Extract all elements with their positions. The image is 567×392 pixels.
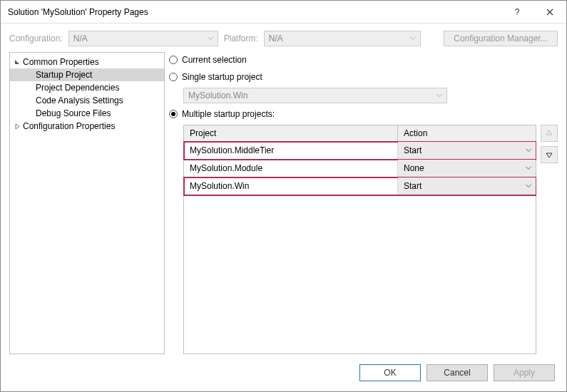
radio-label: Multiple startup projects:: [182, 109, 275, 119]
move-up-button[interactable]: [541, 125, 558, 142]
apply-button[interactable]: Apply: [494, 364, 555, 381]
window-title: Solution 'MySolution' Property Pages: [8, 7, 501, 17]
platform-label: Platform:: [224, 33, 258, 43]
tree-item[interactable]: Debug Source Files: [10, 107, 164, 120]
single-startup-value: MySolution.Win: [188, 91, 247, 100]
table-row[interactable]: MySolution.WinStart: [184, 177, 536, 195]
table-row[interactable]: MySolution.MiddleTierStart: [184, 142, 536, 160]
titlebar: Solution 'MySolution' Property Pages ?: [1, 1, 566, 24]
cell-action-dropdown[interactable]: Start: [398, 177, 536, 195]
single-startup-combo: MySolution.Win: [183, 88, 447, 103]
table-row[interactable]: MySolution.ModuleNone: [184, 160, 536, 177]
tree-item[interactable]: Startup Project: [10, 68, 164, 81]
tree-item-label: Common Properties: [23, 57, 99, 67]
tree-item[interactable]: Common Properties: [10, 56, 164, 68]
expander-open-icon[interactable]: [13, 59, 21, 66]
cancel-button[interactable]: Cancel: [426, 364, 488, 381]
radio-label: Single startup project: [182, 72, 262, 82]
radio-icon: [169, 56, 178, 64]
reorder-buttons: [541, 125, 558, 354]
startup-table-zone: Project Action MySolution.MiddleTierStar…: [183, 125, 558, 354]
radio-single-startup[interactable]: Single startup project: [169, 71, 558, 83]
platform-value: N/A: [269, 33, 283, 43]
configuration-label: Configuration:: [9, 33, 63, 43]
cell-project: MySolution.Module: [184, 160, 398, 177]
radio-current-selection[interactable]: Current selection: [169, 53, 558, 66]
grid-body: MySolution.MiddleTierStartMySolution.Mod…: [184, 142, 536, 354]
tree-item[interactable]: Code Analysis Settings: [10, 94, 164, 107]
close-button[interactable]: [533, 1, 566, 24]
tree-item[interactable]: Project Dependencies: [10, 81, 164, 94]
body-area: Common PropertiesStartup ProjectProject …: [1, 52, 566, 354]
chevron-down-icon: [526, 167, 531, 170]
chevron-down-icon: [410, 37, 416, 41]
startup-projects-grid[interactable]: Project Action MySolution.MiddleTierStar…: [183, 125, 536, 354]
tree-item-label: Project Dependencies: [36, 83, 119, 93]
action-value: Start: [404, 145, 422, 155]
col-header-project[interactable]: Project: [184, 125, 398, 141]
radio-multiple-startup[interactable]: Multiple startup projects:: [169, 108, 558, 120]
platform-combo: N/A: [264, 31, 421, 46]
dialog-footer: OK Cancel Apply: [1, 354, 566, 391]
tree-item-label: Configuration Properties: [23, 121, 115, 131]
radio-label: Current selection: [182, 55, 247, 65]
expander-closed-icon[interactable]: [13, 123, 21, 130]
action-value: None: [404, 163, 424, 173]
tree-item-label: Debug Source Files: [36, 108, 111, 118]
action-value: Start: [404, 181, 422, 191]
configuration-value: N/A: [73, 33, 88, 43]
tree-item[interactable]: Configuration Properties: [10, 120, 164, 133]
chevron-down-icon: [208, 37, 213, 41]
ok-button[interactable]: OK: [359, 364, 421, 381]
cell-project: MySolution.MiddleTier: [184, 142, 398, 159]
chevron-down-icon: [436, 94, 442, 98]
property-tree[interactable]: Common PropertiesStartup ProjectProject …: [9, 52, 165, 354]
configuration-manager-button[interactable]: Configuration Manager...: [444, 31, 558, 46]
tree-item-label: Startup Project: [36, 70, 92, 80]
cell-action-dropdown[interactable]: None: [398, 160, 536, 177]
configuration-combo: N/A: [68, 31, 218, 46]
help-button[interactable]: ?: [501, 1, 533, 24]
grid-header: Project Action: [184, 125, 536, 142]
radio-icon: [169, 110, 178, 118]
cell-action-dropdown[interactable]: Start: [398, 142, 536, 159]
move-down-button[interactable]: [541, 146, 558, 163]
cell-project: MySolution.Win: [184, 177, 398, 195]
radio-icon: [169, 73, 178, 81]
configuration-row: Configuration: N/A Platform: N/A Configu…: [1, 24, 566, 52]
chevron-down-icon: [526, 185, 531, 188]
chevron-down-icon: [526, 149, 531, 153]
startup-project-pane: Current selection Single startup project…: [169, 52, 558, 354]
tree-item-label: Code Analysis Settings: [36, 96, 123, 105]
col-header-action[interactable]: Action: [398, 125, 536, 141]
